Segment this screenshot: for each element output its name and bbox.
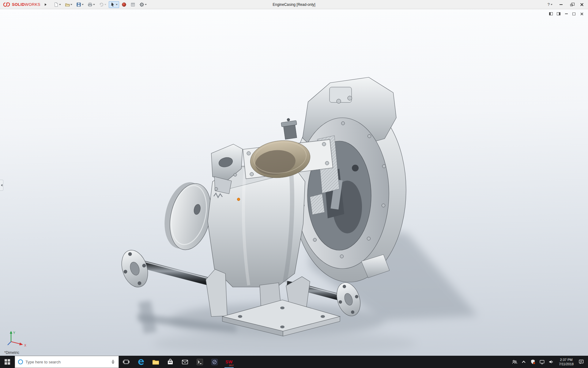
select-cursor-icon <box>110 2 115 7</box>
dropdown-caret-icon <box>104 4 106 5</box>
command-prompt-icon <box>196 358 204 366</box>
restore-icon <box>570 4 573 6</box>
cortana-icon <box>18 359 23 364</box>
brand-name: SOLIDWORKS <box>12 2 40 7</box>
close-icon <box>580 12 583 16</box>
red-sphere-icon <box>122 2 126 7</box>
crankcase-housing <box>292 77 406 282</box>
select-tool-button[interactable] <box>109 1 119 8</box>
network-status-button[interactable] <box>537 356 547 368</box>
security-status-button[interactable] <box>528 356 537 368</box>
pane-right-button[interactable] <box>556 11 561 16</box>
brand-solid: SOLID <box>12 2 25 7</box>
people-button[interactable] <box>510 356 519 368</box>
orientation-label: *Dimetric <box>4 351 19 355</box>
origin-point <box>237 198 240 201</box>
restore-document-button[interactable] <box>571 11 577 16</box>
expand-arrow-icon <box>45 3 47 6</box>
graphics-area[interactable]: Y X *Dimetric <box>0 9 588 356</box>
dropdown-caret-icon <box>551 4 552 5</box>
undo-icon <box>99 2 104 7</box>
minimize-document-button[interactable] <box>564 11 569 16</box>
render-tools-button[interactable] <box>120 1 128 8</box>
action-center-button[interactable] <box>577 356 586 368</box>
speaker-icon <box>548 359 554 365</box>
brand-works: WORKS <box>25 2 40 7</box>
clock-time: 2:37 PM <box>560 358 572 362</box>
taskbar-clock[interactable]: 2:37 PM 7/11/2018 <box>556 358 577 366</box>
solidworks-window: SOLIDWORKS <box>0 0 588 368</box>
store-button[interactable] <box>163 356 178 368</box>
dropdown-caret-icon <box>70 4 72 5</box>
pane-right-icon <box>557 12 560 15</box>
system-tray: 2:37 PM 7/11/2018 <box>510 356 588 368</box>
start-button[interactable] <box>0 356 15 368</box>
command-prompt-button[interactable] <box>192 356 207 368</box>
save-button[interactable] <box>75 1 85 8</box>
task-view-button[interactable] <box>119 356 134 368</box>
left-flange <box>117 247 152 291</box>
close-document-button[interactable] <box>579 11 584 16</box>
chevron-up-icon <box>522 361 525 364</box>
titlebar: SOLIDWORKS <box>0 0 588 9</box>
solidworks-taskbar-button[interactable]: SW 2017 <box>222 356 236 368</box>
document-window-controls <box>548 11 584 16</box>
save-icon <box>76 2 81 7</box>
new-document-button[interactable] <box>52 1 62 8</box>
options-button[interactable] <box>138 1 148 8</box>
pane-left-button[interactable] <box>548 11 554 16</box>
people-icon <box>511 359 518 365</box>
restore-icon <box>572 13 575 15</box>
table-icon <box>130 2 135 7</box>
dropdown-caret-icon <box>82 4 84 5</box>
panel-flyout-tab[interactable] <box>0 180 3 191</box>
triad-x-label: X <box>24 344 26 347</box>
window-title: EngineCasing [Read-only] <box>273 2 315 7</box>
help-button[interactable]: ? <box>545 2 555 7</box>
shield-icon <box>530 359 536 365</box>
file-explorer-icon <box>152 358 160 366</box>
mail-icon <box>181 358 189 366</box>
edge-button[interactable] <box>134 356 148 368</box>
solidworks-app-label: SW <box>225 360 233 364</box>
app-icon-generic <box>211 358 218 366</box>
collapse-arrow-icon <box>1 184 2 186</box>
minimize-icon <box>565 13 568 14</box>
search-input[interactable] <box>25 360 108 364</box>
restore-button[interactable] <box>567 1 576 8</box>
evaluate-button[interactable] <box>129 1 137 8</box>
file-explorer-button[interactable] <box>148 356 163 368</box>
print-button[interactable] <box>86 1 96 8</box>
windows-logo-icon <box>5 359 10 365</box>
tray-overflow-button[interactable] <box>519 356 528 368</box>
store-bag-icon <box>167 358 174 366</box>
mail-button[interactable] <box>178 356 192 368</box>
dropdown-caret-icon <box>145 4 147 5</box>
triad-y-label: Y <box>13 331 15 335</box>
volume-button[interactable] <box>547 356 556 368</box>
close-button[interactable] <box>578 1 586 8</box>
pane-left-icon <box>549 12 553 15</box>
taskbar-search[interactable] <box>15 356 119 368</box>
open-document-button[interactable] <box>63 1 74 8</box>
dropdown-caret-icon <box>93 4 95 5</box>
minimize-button[interactable] <box>557 1 565 8</box>
clock-date: 7/11/2018 <box>559 362 574 366</box>
orientation-triad[interactable]: Y X <box>5 329 31 348</box>
left-axle <box>138 260 216 286</box>
dropdown-caret-icon <box>59 4 61 5</box>
task-view-icon <box>123 358 130 366</box>
app-button-dark[interactable] <box>207 356 222 368</box>
undo-button[interactable] <box>97 1 108 8</box>
dassault-logo-icon <box>3 2 10 7</box>
solidworks-app-year: 2017 <box>229 364 234 366</box>
quick-access-toolbar <box>52 1 148 8</box>
dropdown-caret-icon <box>116 4 118 5</box>
engine-casing-model[interactable] <box>0 9 588 356</box>
new-document-icon <box>54 2 58 7</box>
microphone-icon[interactable] <box>111 359 115 364</box>
minimize-icon <box>560 4 563 5</box>
action-center-icon <box>578 359 584 365</box>
menu-expander-button[interactable] <box>43 1 48 8</box>
solidworks-app-icon: SW 2017 <box>224 357 234 366</box>
